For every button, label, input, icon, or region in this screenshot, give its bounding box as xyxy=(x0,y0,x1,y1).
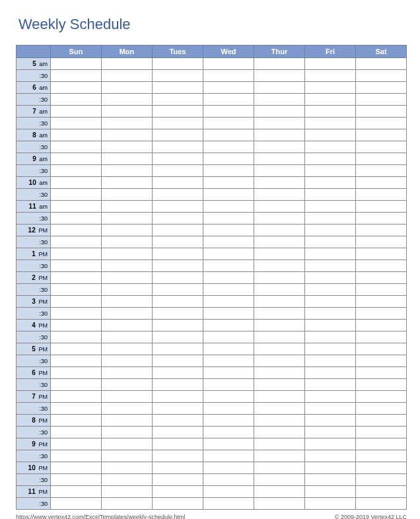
schedule-cell[interactable] xyxy=(254,462,305,474)
schedule-cell[interactable] xyxy=(305,284,356,296)
schedule-cell[interactable] xyxy=(356,177,407,189)
schedule-cell[interactable] xyxy=(203,236,254,248)
schedule-cell[interactable] xyxy=(51,367,102,379)
schedule-cell[interactable] xyxy=(153,474,203,486)
schedule-cell[interactable] xyxy=(153,438,203,450)
schedule-cell[interactable] xyxy=(356,58,407,70)
schedule-cell[interactable] xyxy=(305,367,356,379)
schedule-cell[interactable] xyxy=(356,94,407,106)
schedule-cell[interactable] xyxy=(102,106,153,118)
schedule-cell[interactable] xyxy=(51,343,102,355)
schedule-cell[interactable] xyxy=(203,106,254,118)
schedule-cell[interactable] xyxy=(254,201,305,213)
schedule-cell[interactable] xyxy=(51,236,102,248)
schedule-cell[interactable] xyxy=(305,403,356,415)
schedule-cell[interactable] xyxy=(356,438,407,450)
schedule-cell[interactable] xyxy=(102,225,153,236)
schedule-cell[interactable] xyxy=(153,367,203,379)
schedule-cell[interactable] xyxy=(254,165,305,177)
schedule-cell[interactable] xyxy=(153,225,203,236)
schedule-cell[interactable] xyxy=(51,129,102,141)
schedule-cell[interactable] xyxy=(51,189,102,201)
schedule-cell[interactable] xyxy=(356,296,407,308)
schedule-cell[interactable] xyxy=(102,427,153,438)
schedule-cell[interactable] xyxy=(203,213,254,225)
schedule-cell[interactable] xyxy=(305,308,356,320)
schedule-cell[interactable] xyxy=(153,141,203,153)
schedule-cell[interactable] xyxy=(305,438,356,450)
schedule-cell[interactable] xyxy=(254,141,305,153)
schedule-cell[interactable] xyxy=(254,391,305,403)
schedule-cell[interactable] xyxy=(51,272,102,284)
schedule-cell[interactable] xyxy=(203,462,254,474)
schedule-cell[interactable] xyxy=(153,379,203,391)
schedule-cell[interactable] xyxy=(153,343,203,355)
schedule-cell[interactable] xyxy=(254,320,305,331)
schedule-cell[interactable] xyxy=(51,177,102,189)
schedule-cell[interactable] xyxy=(153,129,203,141)
schedule-cell[interactable] xyxy=(102,129,153,141)
schedule-cell[interactable] xyxy=(153,248,203,260)
schedule-cell[interactable] xyxy=(102,189,153,201)
schedule-cell[interactable] xyxy=(254,129,305,141)
schedule-cell[interactable] xyxy=(102,284,153,296)
schedule-cell[interactable] xyxy=(51,118,102,129)
schedule-cell[interactable] xyxy=(153,201,203,213)
schedule-cell[interactable] xyxy=(102,165,153,177)
schedule-cell[interactable] xyxy=(254,189,305,201)
schedule-cell[interactable] xyxy=(153,82,203,94)
schedule-cell[interactable] xyxy=(153,450,203,462)
schedule-cell[interactable] xyxy=(356,379,407,391)
schedule-cell[interactable] xyxy=(203,498,254,510)
schedule-cell[interactable] xyxy=(254,213,305,225)
schedule-cell[interactable] xyxy=(153,118,203,129)
schedule-cell[interactable] xyxy=(203,165,254,177)
schedule-cell[interactable] xyxy=(153,236,203,248)
schedule-cell[interactable] xyxy=(305,129,356,141)
schedule-cell[interactable] xyxy=(102,486,153,498)
schedule-cell[interactable] xyxy=(102,260,153,272)
schedule-cell[interactable] xyxy=(305,118,356,129)
schedule-cell[interactable] xyxy=(356,70,407,82)
schedule-cell[interactable] xyxy=(356,260,407,272)
schedule-cell[interactable] xyxy=(153,462,203,474)
schedule-cell[interactable] xyxy=(203,177,254,189)
schedule-cell[interactable] xyxy=(254,474,305,486)
schedule-cell[interactable] xyxy=(254,498,305,510)
schedule-cell[interactable] xyxy=(51,427,102,438)
schedule-cell[interactable] xyxy=(203,189,254,201)
schedule-cell[interactable] xyxy=(356,248,407,260)
schedule-cell[interactable] xyxy=(254,284,305,296)
schedule-cell[interactable] xyxy=(153,403,203,415)
schedule-cell[interactable] xyxy=(102,415,153,427)
schedule-cell[interactable] xyxy=(102,462,153,474)
schedule-cell[interactable] xyxy=(51,379,102,391)
schedule-cell[interactable] xyxy=(51,165,102,177)
schedule-cell[interactable] xyxy=(102,236,153,248)
schedule-cell[interactable] xyxy=(102,118,153,129)
schedule-cell[interactable] xyxy=(356,118,407,129)
schedule-cell[interactable] xyxy=(356,225,407,236)
schedule-cell[interactable] xyxy=(153,331,203,343)
schedule-cell[interactable] xyxy=(203,331,254,343)
schedule-cell[interactable] xyxy=(51,82,102,94)
schedule-cell[interactable] xyxy=(203,427,254,438)
schedule-cell[interactable] xyxy=(203,272,254,284)
schedule-cell[interactable] xyxy=(254,248,305,260)
schedule-cell[interactable] xyxy=(305,213,356,225)
schedule-cell[interactable] xyxy=(102,450,153,462)
schedule-cell[interactable] xyxy=(102,308,153,320)
schedule-cell[interactable] xyxy=(51,296,102,308)
schedule-cell[interactable] xyxy=(254,296,305,308)
schedule-cell[interactable] xyxy=(51,391,102,403)
schedule-cell[interactable] xyxy=(153,189,203,201)
schedule-cell[interactable] xyxy=(51,462,102,474)
schedule-cell[interactable] xyxy=(203,391,254,403)
schedule-cell[interactable] xyxy=(102,343,153,355)
schedule-cell[interactable] xyxy=(254,343,305,355)
schedule-cell[interactable] xyxy=(153,296,203,308)
schedule-cell[interactable] xyxy=(102,82,153,94)
schedule-cell[interactable] xyxy=(305,320,356,331)
schedule-cell[interactable] xyxy=(305,450,356,462)
schedule-cell[interactable] xyxy=(153,70,203,82)
